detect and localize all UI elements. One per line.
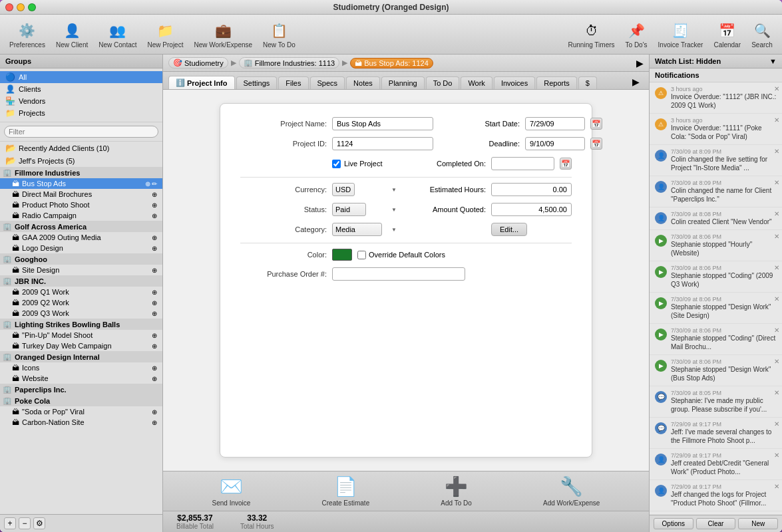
sidebar-item-projects[interactable]: 📁 Projects [0, 107, 162, 119]
amount-quoted-input[interactable] [491, 203, 572, 216]
action-btn[interactable]: ⊕ [152, 191, 157, 198]
breadcrumb-fillmore[interactable]: 🏢 Fillmore Industries: 1113 [239, 57, 339, 68]
tab-notes[interactable]: Notes [346, 76, 380, 89]
edit-button[interactable]: Edit... [491, 223, 527, 236]
estimated-hours-input[interactable] [491, 183, 572, 196]
window-controls[interactable] [5, 3, 36, 11]
running-timers-button[interactable]: ⏱ Running Timers [564, 17, 619, 51]
notif-close-button[interactable]: ✕ [774, 420, 779, 428]
breadcrumb-expand-icon[interactable]: ▶ [636, 58, 644, 68]
maximize-button[interactable] [28, 3, 36, 11]
status-select[interactable]: Paid Unpaid Pending [332, 203, 366, 216]
action-btn[interactable]: ⊕ [152, 342, 157, 350]
new-to-do-button[interactable]: 📋 New To Do [259, 17, 299, 51]
notif-close-button[interactable]: ✕ [774, 483, 779, 490]
action-btn[interactable]: ⊕ [152, 267, 157, 274]
action-btn[interactable]: ⊕ [152, 234, 157, 241]
create-estimate-button[interactable]: 📄 Create Estimate [322, 475, 370, 507]
color-swatch[interactable] [332, 249, 352, 261]
tab-specs[interactable]: Specs [310, 76, 345, 89]
new-button[interactable]: New [738, 518, 778, 529]
notif-close-button[interactable]: ✕ [774, 85, 779, 92]
sidebar-project-logo-design[interactable]: 🏔 Logo Design ⊕ [0, 243, 162, 253]
sidebar-project-2009q3[interactable]: 🏔 2009 Q3 Work ⊕ [0, 308, 162, 319]
notif-close-button[interactable]: ✕ [774, 514, 779, 515]
search-button[interactable]: 🔍 Search [747, 17, 777, 51]
sidebar-project-turkey-day[interactable]: 🏔 Turkey Day Web Campaign ⊕ [0, 340, 162, 351]
deadline-input[interactable] [525, 137, 585, 150]
action-btn-1[interactable]: ⊕ [145, 180, 150, 188]
breadcrumb-busstop[interactable]: 🏔 Bus Stop Ads: 1124 [350, 58, 433, 68]
action-btn[interactable]: ⊕ [152, 364, 157, 372]
notif-close-button[interactable]: ✕ [774, 116, 779, 124]
notif-close-button[interactable]: ✕ [774, 210, 779, 217]
purchase-order-input[interactable] [332, 267, 465, 281]
add-to-do-button[interactable]: ➕ Add To Do [441, 475, 472, 507]
search-input[interactable] [4, 126, 158, 138]
tab-reports[interactable]: Reports [536, 76, 577, 89]
sidebar-item-recently-added[interactable]: 📂 Recently Added Clients (10) [0, 142, 162, 154]
notif-close-button[interactable]: ✕ [774, 295, 779, 303]
project-id-input[interactable] [332, 137, 433, 150]
start-date-picker-button[interactable]: 📅 [590, 118, 602, 130]
sidebar-client-jbr[interactable]: 🏢 JBR INC. [0, 275, 162, 287]
sidebar-project-pinup[interactable]: 🏔 "Pin-Up" Model Shoot ⊕ [0, 330, 162, 340]
sidebar-project-direct-mail[interactable]: 🏔 Direct Mail Brochures ⊕ [0, 189, 162, 200]
tab-planning[interactable]: Planning [381, 76, 425, 89]
tab-invoices[interactable]: Invoices [494, 76, 535, 89]
options-button[interactable]: Options [654, 518, 693, 529]
sidebar-project-radio-campaign[interactable]: 🏔 Radio Campaign ⊕ [0, 210, 162, 221]
start-date-input[interactable] [525, 117, 585, 130]
notif-close-button[interactable]: ✕ [774, 358, 779, 365]
action-btn[interactable]: ⊕ [152, 419, 157, 426]
sidebar-item-jeffs-projects[interactable]: 📂 Jeff's Projects (5) [0, 154, 162, 167]
tab-work[interactable]: Work [461, 76, 492, 89]
tab-to-do[interactable]: To Do [426, 76, 460, 89]
sidebar-client-oranged[interactable]: 🏢 Oranged Design Internal [0, 351, 162, 362]
preferences-button[interactable]: ⚙️ Preferences [5, 17, 49, 51]
sidebar-item-clients[interactable]: 👤 Clients [0, 83, 162, 95]
notif-close-button[interactable]: ✕ [774, 179, 779, 186]
action-btn[interactable]: ⊕ [152, 212, 157, 219]
sidebar-project-soda-viral[interactable]: 🏔 "Soda or Pop" Viral ⊕ [0, 406, 162, 417]
to-dos-button[interactable]: 📌 To Do's [622, 17, 652, 51]
sidebar-project-2009q1[interactable]: 🏔 2009 Q1 Work ⊕ [0, 287, 162, 297]
action-btn[interactable]: ⊕ [152, 375, 157, 382]
sidebar-item-vendors[interactable]: 🏪 Vendors [0, 95, 162, 107]
watch-expand-button[interactable]: ▼ [769, 57, 777, 65]
action-btn[interactable]: ⊕ [152, 310, 157, 317]
override-color-checkbox[interactable] [357, 251, 366, 259]
add-button[interactable]: + [4, 517, 16, 529]
notif-close-button[interactable]: ✕ [774, 148, 779, 155]
calendar-button[interactable]: 📅 Calendar [709, 17, 745, 51]
sidebar-project-product-shoot[interactable]: 🏔 Product Photo Shoot ⊕ [0, 200, 162, 210]
close-button[interactable] [5, 3, 13, 11]
notif-close-button[interactable]: ✕ [774, 389, 779, 396]
action-btn[interactable]: ⊕ [152, 332, 157, 339]
sidebar-client-golf[interactable]: 🏢 Golf Across America [0, 221, 162, 232]
minimize-button[interactable] [17, 3, 25, 11]
sidebar-client-fillmore[interactable]: 🏢 Fillmore Industries [0, 167, 162, 178]
project-name-input[interactable] [332, 117, 433, 130]
action-btn[interactable]: ⊕ [152, 289, 157, 296]
add-work-expense-button[interactable]: 🔧 Add Work/Expense [543, 475, 600, 507]
sidebar-project-gaa-outing[interactable]: 🏔 GAA 2009 Outing Media ⊕ [0, 232, 162, 243]
category-select[interactable]: Media Design Development [332, 223, 382, 236]
currency-select[interactable]: USD EUR GBP [332, 183, 355, 196]
sidebar-project-website[interactable]: 🏔 Website ⊕ [0, 373, 162, 384]
action-btn[interactable]: ⊕ [152, 245, 157, 252]
tab-more-button[interactable]: ▶ [628, 74, 644, 89]
action-btn[interactable]: ⊕ [152, 201, 157, 209]
tab-project-info[interactable]: ℹ️ Project Info [168, 76, 235, 89]
send-invoice-button[interactable]: ✉️ Send Invoice [212, 475, 251, 507]
action-btn[interactable]: ⊕ [152, 299, 157, 307]
action-btn[interactable]: ⊕ [152, 408, 157, 416]
sidebar-client-googhoo[interactable]: 🏢 Googhoo [0, 253, 162, 265]
notif-close-button[interactable]: ✕ [774, 264, 779, 271]
action-btn-2[interactable]: ✏ [152, 180, 157, 188]
sidebar-client-poke-cola[interactable]: 🏢 Poke Cola [0, 395, 162, 406]
new-client-button[interactable]: 👤 New Client [52, 17, 92, 51]
settings-button[interactable]: ⚙ [33, 517, 45, 529]
sidebar-item-all[interactable]: 🔵 All [0, 71, 162, 83]
completed-on-picker-button[interactable]: 📅 [560, 158, 572, 170]
